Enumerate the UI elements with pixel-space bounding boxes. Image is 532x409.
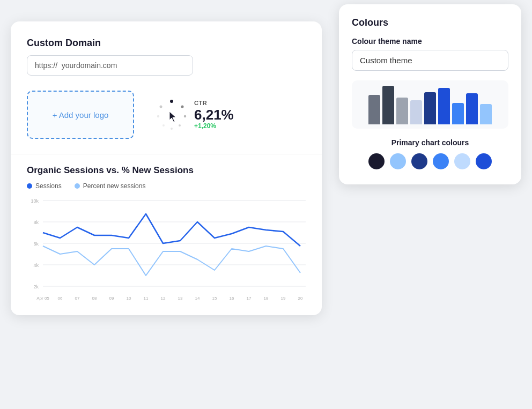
- bar: [410, 100, 422, 124]
- ctr-widget: CTR 6,21% +1,20%: [156, 99, 234, 131]
- custom-domain-label: Custom Domain: [27, 38, 306, 49]
- colour-theme-input[interactable]: [352, 50, 508, 71]
- svg-point-5: [162, 124, 165, 127]
- svg-text:17: 17: [247, 296, 252, 301]
- bar: [424, 92, 436, 124]
- svg-point-7: [160, 106, 162, 108]
- colour-swatch[interactable]: [454, 153, 470, 169]
- svg-text:8k: 8k: [33, 220, 39, 225]
- svg-text:08: 08: [92, 296, 97, 301]
- svg-text:07: 07: [75, 296, 80, 301]
- chart-section: Organic Sessions vs. % New Sessions Sess…: [27, 165, 306, 315]
- legend-item: Percent new sessions: [75, 182, 146, 190]
- svg-text:14: 14: [195, 296, 200, 301]
- svg-text:19: 19: [281, 296, 286, 301]
- svg-point-6: [157, 115, 159, 117]
- logo-upload-label: + Add your logo: [53, 110, 109, 120]
- svg-point-4: [171, 128, 173, 130]
- bar: [382, 86, 394, 124]
- ctr-icon-wrapper: [156, 99, 188, 131]
- svg-text:6k: 6k: [33, 241, 39, 247]
- bar: [368, 95, 380, 124]
- primary-colours-label: Primary chart colours: [352, 138, 508, 147]
- colour-swatch[interactable]: [433, 153, 449, 169]
- svg-text:20: 20: [298, 296, 303, 301]
- logo-upload-box[interactable]: + Add your logo: [27, 91, 134, 139]
- svg-marker-8: [169, 111, 176, 122]
- bar: [452, 103, 464, 124]
- bar: [480, 104, 492, 124]
- svg-text:15: 15: [212, 296, 217, 301]
- colour-theme-label: Colour theme name: [352, 37, 508, 46]
- bar: [396, 98, 408, 124]
- ctr-label: CTR: [194, 100, 234, 106]
- svg-text:10: 10: [127, 296, 131, 301]
- svg-text:4k: 4k: [33, 263, 39, 268]
- svg-point-1: [181, 106, 184, 108]
- ctr-change: +1,20%: [194, 122, 234, 130]
- ctr-spinner-icon: [156, 99, 188, 131]
- domain-input[interactable]: [27, 55, 193, 76]
- main-card: Custom Domain + Add your logo: [11, 21, 322, 315]
- card-divider: [11, 154, 322, 154]
- chart-container: 10k 8k 6k 4k 2k Apr 05 06 07 08 09 10 11…: [27, 195, 306, 304]
- ctr-value: 6,21%: [194, 107, 234, 123]
- bar-chart-preview: [352, 80, 508, 129]
- svg-text:11: 11: [144, 296, 149, 301]
- svg-text:06: 06: [58, 296, 63, 301]
- chart-title: Organic Sessions vs. % New Sessions: [27, 165, 306, 176]
- svg-text:16: 16: [230, 296, 234, 301]
- chart-legend: SessionsPercent new sessions: [27, 182, 306, 190]
- svg-point-2: [184, 115, 186, 117]
- colour-swatches: [352, 153, 508, 169]
- svg-text:2k: 2k: [33, 284, 39, 289]
- svg-text:10k: 10k: [31, 198, 39, 204]
- legend-item: Sessions: [27, 182, 62, 190]
- svg-text:Apr 05: Apr 05: [36, 296, 49, 301]
- line-chart-svg: 10k 8k 6k 4k 2k Apr 05 06 07 08 09 10 11…: [27, 195, 306, 302]
- colour-swatch[interactable]: [390, 153, 406, 169]
- colours-title: Colours: [352, 17, 508, 28]
- colours-panel: Colours Colour theme name Primary chart …: [339, 4, 521, 184]
- colour-swatch[interactable]: [368, 153, 385, 169]
- svg-text:09: 09: [109, 296, 114, 301]
- colour-swatch[interactable]: [476, 153, 492, 169]
- colour-swatch[interactable]: [411, 153, 427, 169]
- bar: [438, 88, 450, 124]
- svg-point-3: [179, 124, 181, 127]
- svg-point-0: [170, 100, 173, 103]
- svg-text:18: 18: [264, 296, 269, 301]
- svg-text:12: 12: [161, 296, 166, 301]
- middle-row: + Add your logo: [27, 91, 306, 154]
- svg-text:13: 13: [178, 296, 183, 301]
- bar: [466, 93, 478, 124]
